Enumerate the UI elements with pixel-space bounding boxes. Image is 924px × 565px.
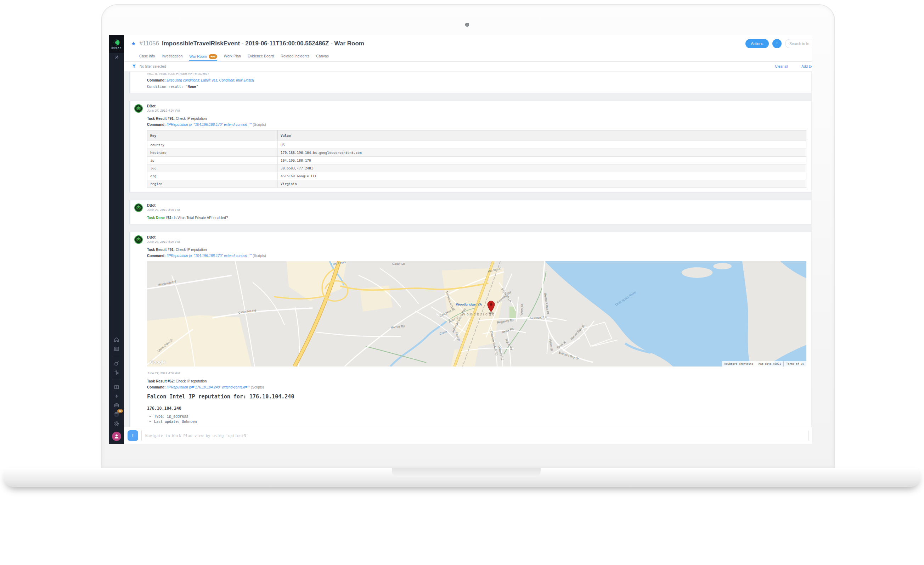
- jobs-icon[interactable]: [114, 402, 119, 408]
- clear-all-link[interactable]: Clear all: [775, 65, 788, 68]
- left-sidebar: XSOAR: [109, 35, 124, 444]
- tab-evidence-board[interactable]: Evidence Board: [248, 52, 274, 61]
- table-row: loc38.6583,-77.2481: [147, 164, 806, 172]
- keyboard-shortcuts-link[interactable]: Keyboard shortcuts: [722, 361, 756, 367]
- xsoar-logo-text: XSOAR: [111, 47, 122, 49]
- main-column: ★ #11056 ImpossibleTravelRiskEvent - 201…: [124, 35, 812, 444]
- task-done-line: Task Done #61: Is Virus Total Private AP…: [147, 216, 806, 220]
- war-room-input-bar: !: [124, 427, 812, 444]
- pin-icon[interactable]: [114, 54, 119, 60]
- header-actions: Actions ⋮: [746, 39, 812, 48]
- filter-bar: No filter selected Clear all Add to Sa: [124, 62, 812, 72]
- tab-war-room[interactable]: War Room +99: [189, 52, 217, 61]
- command-line: Command: !IPReputation ip="104.196.188.1…: [147, 123, 806, 126]
- table-header-key: Key: [147, 131, 278, 141]
- marketplace-badge: 82: [117, 409, 123, 413]
- falcon-detail: Type: ip_address: [154, 414, 806, 418]
- laptop-mockup: XSOAR: [0, 0, 924, 565]
- command-label: Command:: [147, 78, 165, 82]
- actions-button[interactable]: Actions: [746, 39, 769, 48]
- kebab-menu-button[interactable]: ⋮: [772, 39, 782, 48]
- table-row: countryUS: [147, 141, 806, 149]
- timestamp: June 27, 2019 4:04 PM: [147, 371, 806, 375]
- laptop-base: [3, 468, 921, 487]
- war-room-entry-task-done: DBot June 27, 2019 4:04 PM Task Done #61…: [129, 200, 812, 224]
- feed-gap: [124, 93, 812, 101]
- falcon-detail: Last update: Unknown: [154, 420, 806, 424]
- google-watermark: Google: [150, 359, 166, 365]
- tab-war-room-label: War Room: [189, 54, 207, 59]
- command-text[interactable]: !IPReputation ip="104.196.188.170" exten…: [166, 254, 252, 258]
- falcon-ip: 176.10.104.240: [147, 406, 806, 411]
- filter-funnel-icon[interactable]: [132, 65, 136, 68]
- map-label: Carter Ln: [392, 262, 405, 266]
- add-to-saved-link[interactable]: Add to Sa: [801, 65, 812, 68]
- command-text[interactable]: !IPReputation ip="176.10.104.240" extend…: [166, 385, 250, 389]
- indicators-icon[interactable]: [114, 370, 119, 376]
- filter-status-text: No filter selected: [140, 65, 166, 68]
- dashboards-icon[interactable]: [114, 346, 119, 352]
- clipped-task-line: #61: Is Virus Total Private API enabled?: [147, 73, 806, 76]
- laptop-notch: [392, 468, 541, 477]
- incident-tabbar: Case info Investigation War Room +99 Wor…: [124, 52, 812, 62]
- war-room-entry-map: DBot June 27, 2019 4:04 PM Task Result #…: [129, 232, 812, 427]
- dbot-name: DBot: [147, 104, 806, 108]
- table-row: orgAS15169 Google LLC: [147, 172, 806, 180]
- timestamp: June 27, 2019 4:04 PM: [147, 208, 806, 212]
- settings-gear-icon[interactable]: [114, 421, 119, 427]
- tab-work-plan[interactable]: Work Plan: [224, 52, 241, 61]
- incident-header: ★ #11056 ImpossibleTravelRiskEvent - 201…: [124, 35, 812, 52]
- sidebar-bottom-nav: 82: [109, 335, 124, 444]
- map-attribution: Keyboard shortcuts Map data ©2021 Terms …: [722, 361, 806, 367]
- command-line: Command: !IPReputation ip="104.196.188.1…: [147, 254, 806, 258]
- tab-canvas[interactable]: Canvas: [316, 52, 329, 61]
- timestamp: June 27, 2019 4:04 PM: [147, 240, 806, 243]
- war-room-feed: #61: Is Virus Total Private API enabled?…: [124, 72, 812, 427]
- tab-related-incidents[interactable]: Related Incidents: [280, 52, 309, 61]
- dbot-avatar: [134, 235, 143, 245]
- xsoar-logo[interactable]: XSOAR: [109, 35, 124, 53]
- command-line: Command: Executing conditions: Label: ye…: [147, 78, 806, 82]
- table-header-value: Value: [278, 131, 806, 141]
- task-result-line: Task Result #91: Check IP reputation: [147, 117, 806, 120]
- command-text[interactable]: Executing conditions: Label: yes, Condit…: [166, 78, 254, 82]
- command-line: Command: !IPReputation ip="176.10.104.24…: [147, 385, 806, 389]
- falcon-details-list: Type: ip_address Last update: Unknown: [154, 414, 806, 424]
- terms-link[interactable]: Terms of Us: [784, 361, 806, 367]
- dbot-avatar: [134, 203, 143, 213]
- marketplace-icon[interactable]: 82: [114, 412, 119, 417]
- war-room-count-badge: +99: [208, 54, 217, 59]
- playbooks-icon[interactable]: [114, 384, 119, 390]
- table-row: ip104.196.188.170: [147, 157, 806, 164]
- sidebar-divider: [112, 380, 121, 380]
- geo-map[interactable]: Woodbridge, VA Woodbridge Jefferson Davi…: [147, 261, 806, 367]
- map-city-label: Woodbridge, VA: [456, 302, 482, 306]
- war-room-entry-ip-table: DBot June 27, 2019 4:04 PM Task Result #…: [129, 101, 812, 192]
- timestamp: June 27, 2019 4:04 PM: [147, 109, 806, 112]
- webcam-dot: [465, 23, 469, 27]
- sidebar-divider: [112, 356, 121, 356]
- feed-gap: [124, 192, 812, 200]
- command-prefix-button[interactable]: !: [128, 430, 138, 441]
- xsoar-logo-icon: [113, 39, 120, 46]
- task-result-line: Task Result #62: Check IP reputation: [147, 379, 806, 383]
- command-text[interactable]: !IPReputation ip="104.196.188.170" exten…: [166, 123, 252, 126]
- tab-investigation[interactable]: Investigation: [162, 52, 183, 61]
- incidents-icon[interactable]: [114, 361, 119, 366]
- xsoar-app: XSOAR: [109, 35, 812, 444]
- table-row: hostname170.188.196.104.bc.googleusercon…: [147, 149, 806, 157]
- tab-case-info[interactable]: Case info: [139, 52, 155, 61]
- task-result-line: Task Result #91: Check IP reputation: [147, 248, 806, 252]
- table-row: regionVirginia: [147, 180, 806, 188]
- home-icon[interactable]: [114, 337, 119, 343]
- dbot-name: DBot: [147, 203, 806, 207]
- condition-result: Condition result: "None": [147, 85, 806, 89]
- falcon-heading: Falcon Intel IP reputation for: 176.10.1…: [147, 394, 806, 400]
- automation-icon[interactable]: [114, 394, 119, 399]
- user-avatar[interactable]: [112, 432, 121, 441]
- page-title: ImpossibleTravelRiskEvent - 2019-06-11T1…: [162, 40, 364, 47]
- war-room-command-input[interactable]: [141, 430, 808, 441]
- map-pin-icon: [486, 300, 496, 316]
- favorite-star-icon[interactable]: ★: [131, 41, 136, 47]
- search-input[interactable]: [785, 39, 812, 48]
